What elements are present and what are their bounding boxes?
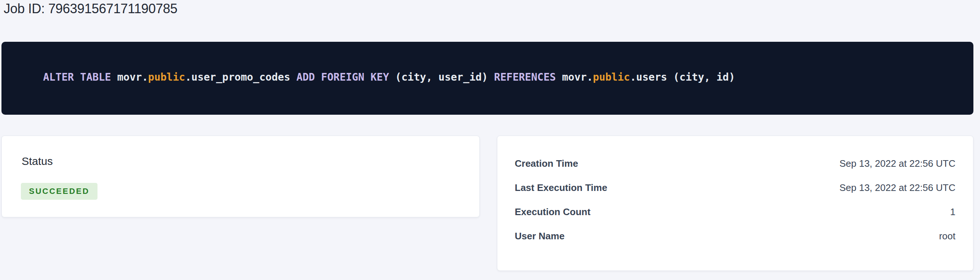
sql-schema-name: public (593, 71, 630, 83)
status-badge: SUCCEEDED (21, 183, 97, 200)
detail-value: root (939, 231, 955, 242)
detail-label: User Name (515, 231, 565, 242)
detail-label: Creation Time (515, 158, 578, 169)
sql-identifier: .user_promo_codes (185, 71, 296, 83)
detail-row-execution-count: Execution Count 1 (515, 200, 956, 224)
detail-label: Last Execution Time (515, 182, 607, 194)
status-card-title: Status (20, 155, 461, 167)
sql-identifier: (city, user_id) (395, 71, 494, 83)
sql-keyword: REFERENCES (494, 71, 562, 83)
sql-identifier: .users (city, id) (630, 71, 735, 83)
sql-identifier: movr. (117, 71, 148, 83)
summary-cards-row: Status SUCCEEDED Creation Time Sep 13, 2… (2, 135, 974, 271)
sql-keyword: ADD FOREIGN KEY (296, 71, 395, 83)
detail-row-last-execution-time: Last Execution Time Sep 13, 2022 at 22:5… (515, 175, 956, 200)
job-details-page: Job ID: 796391567171190785 ALTER TABLE m… (0, 0, 980, 280)
detail-value: Sep 13, 2022 at 22:56 UTC (839, 158, 955, 169)
sql-identifier: movr. (562, 71, 593, 83)
sql-statement-box: ALTER TABLE movr.public.user_promo_codes… (2, 42, 974, 115)
detail-label: Execution Count (515, 206, 591, 218)
sql-schema-name: public (148, 71, 185, 83)
job-details-card: Creation Time Sep 13, 2022 at 22:56 UTC … (497, 135, 974, 271)
status-card: Status SUCCEEDED (2, 135, 480, 217)
page-title: Job ID: 796391567171190785 (2, 1, 974, 17)
detail-value: Sep 13, 2022 at 22:56 UTC (839, 182, 955, 194)
detail-value: 1 (950, 206, 955, 218)
detail-row-creation-time: Creation Time Sep 13, 2022 at 22:56 UTC (515, 151, 956, 175)
sql-keyword: ALTER TABLE (43, 71, 117, 83)
detail-row-user-name: User Name root (515, 224, 956, 248)
